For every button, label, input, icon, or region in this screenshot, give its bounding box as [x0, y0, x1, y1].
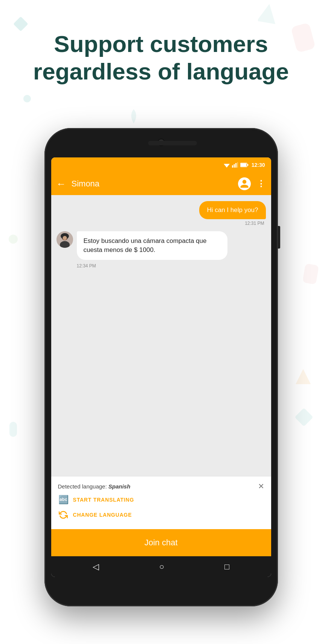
chat-title: Simona	[72, 179, 233, 189]
join-chat-label: Join chat	[144, 538, 177, 548]
translate-icon: 🔤	[58, 494, 69, 505]
headline: Support customers regardless of language	[0, 30, 322, 85]
more-options-button[interactable]: ⋮	[257, 179, 266, 189]
toolbar-icons: ⋮	[238, 177, 266, 190]
navigation-bar: ◁ ○ □	[51, 556, 271, 577]
start-translating-row[interactable]: 🔤 START TRANSLATING	[58, 494, 264, 505]
status-time: 12:30	[252, 162, 265, 168]
svg-point-1	[23, 95, 31, 102]
svg-text:🔤: 🔤	[58, 495, 68, 505]
join-chat-button[interactable]: Join chat	[51, 529, 271, 556]
svg-rect-14	[247, 164, 248, 166]
nav-back-button[interactable]: ◁	[93, 562, 99, 572]
status-bar: 12:30	[51, 157, 271, 172]
svg-rect-13	[241, 163, 246, 166]
phone-mockup: 12:30 ← Simona ⋮	[44, 128, 278, 606]
lang-detected-text: Detected language: Spanish	[58, 483, 131, 490]
chat-messages: Hi can I help you? 12:31 PM	[51, 195, 271, 476]
sender-avatar	[56, 231, 73, 248]
change-language-button[interactable]: CHANGE LANGUAGE	[73, 512, 132, 518]
nav-recents-button[interactable]: □	[224, 562, 229, 572]
nav-home-button[interactable]: ○	[159, 562, 164, 572]
language-detection-bar: Detected language: Spanish ✕ 🔤 START TRA…	[51, 476, 271, 529]
headline-line2: regardless of language	[33, 58, 289, 84]
side-button	[278, 226, 280, 249]
message-incoming: Estoy buscando una cámara compacta que c…	[56, 231, 266, 260]
phone-body: 12:30 ← Simona ⋮	[44, 128, 278, 606]
msg-time-in: 12:34 PM	[77, 263, 96, 269]
svg-rect-0	[13, 17, 28, 32]
svg-rect-10	[235, 163, 237, 168]
svg-point-19	[63, 236, 67, 240]
start-translating-button[interactable]: START TRANSLATING	[73, 497, 134, 503]
msg-time-out: 12:31 PM	[245, 221, 264, 226]
detected-language: Spanish	[108, 483, 130, 490]
bubble-out: Hi can I help you?	[199, 201, 266, 219]
chat-toolbar: ← Simona ⋮	[51, 172, 271, 195]
contact-avatar-button[interactable]	[238, 177, 251, 190]
lang-detected-row: Detected language: Spanish ✕	[58, 482, 264, 490]
change-language-row[interactable]: CHANGE LANGUAGE	[58, 510, 264, 520]
svg-point-3	[9, 235, 18, 244]
status-icons	[224, 162, 249, 168]
svg-rect-8	[232, 165, 233, 168]
svg-rect-5	[303, 264, 318, 284]
back-button[interactable]: ←	[56, 178, 66, 190]
bubble-in: Estoy buscando una cámara compacta que c…	[77, 231, 227, 260]
svg-rect-9	[233, 164, 235, 168]
svg-rect-4	[295, 408, 313, 426]
svg-rect-6	[9, 422, 17, 437]
change-language-icon	[58, 510, 69, 520]
phone-screen: 12:30 ← Simona ⋮	[51, 157, 271, 577]
close-lang-bar-button[interactable]: ✕	[258, 482, 264, 490]
svg-marker-7	[224, 164, 230, 168]
phone-speaker	[148, 141, 197, 145]
svg-rect-11	[237, 162, 238, 168]
headline-line1: Support customers	[54, 31, 268, 57]
message-outgoing: Hi can I help you? 12:31 PM	[56, 201, 266, 226]
